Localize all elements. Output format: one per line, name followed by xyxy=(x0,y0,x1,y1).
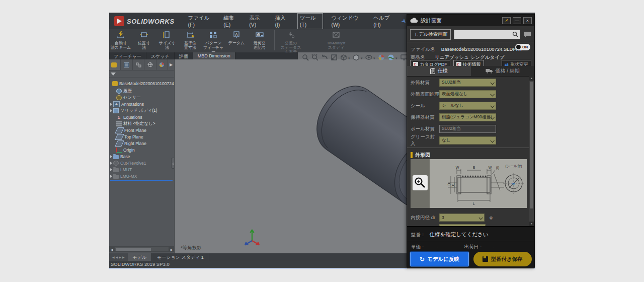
scroll-down-icon[interactable]: ▼ xyxy=(529,222,534,226)
search-box[interactable] xyxy=(454,30,520,39)
edit-appearance-icon[interactable] xyxy=(378,54,385,61)
tab-sketch[interactable]: スケッチ xyxy=(146,52,175,59)
chevron-down-icon xyxy=(490,92,494,96)
hide-show-items-icon[interactable]: ▾ xyxy=(365,54,375,61)
spec-label: 保持器材質 xyxy=(411,114,439,121)
tree-item-material[interactable]: 材料 <指定なし> xyxy=(109,121,175,127)
section-view-icon[interactable] xyxy=(331,54,338,61)
expand-arrow-icon[interactable] xyxy=(110,103,112,106)
retainer-material-select[interactable]: 樹脂(ジュラコンM90相当) xyxy=(439,113,496,121)
drawing-zoom-button[interactable] xyxy=(413,175,428,190)
previous-view-icon[interactable] xyxy=(321,54,328,60)
surface-treatment-select[interactable]: 表面処理なし xyxy=(439,90,496,98)
tree-item-lmu-mx[interactable]: LMU-MX xyxy=(109,173,175,179)
tree-item-lmut[interactable]: LMUT xyxy=(109,167,175,173)
tree-item-front-plane[interactable]: Front Plane xyxy=(109,127,175,133)
spec-row-inscribed-diameter: 内接円径 dr 3 φ xyxy=(407,213,534,222)
auto-dimension-scheme-button[interactable]: 自動寸 法スキーム xyxy=(109,29,132,50)
menu-tools[interactable]: ツール(T) xyxy=(297,13,324,29)
zoom-fit-icon[interactable] xyxy=(302,54,309,61)
tab-nav-arrows[interactable]: ◀◀▶▶ xyxy=(109,253,128,261)
tree-item-label: LMU-MX xyxy=(120,174,137,179)
display-style-icon[interactable]: ▾ xyxy=(353,54,363,61)
tree-horizontal-scrollbar[interactable]: ◀ ▶ xyxy=(109,246,174,252)
scroll-right-icon[interactable]: ▶ xyxy=(169,248,174,251)
tab-evaluate[interactable]: 評価 xyxy=(175,52,193,59)
scroll-up-icon[interactable]: ▲ xyxy=(529,76,534,81)
zoom-area-icon[interactable] xyxy=(311,54,318,61)
panel-scrollbar[interactable]: ▲ ▼ xyxy=(529,76,534,226)
outer-material-select[interactable]: SUJ2相当 xyxy=(439,79,496,87)
menu-edit[interactable]: 編集(E) xyxy=(222,13,241,29)
revolve-icon xyxy=(113,161,119,166)
tab-dimxpertmanager[interactable] xyxy=(144,59,156,70)
expand-arrow-icon[interactable] xyxy=(110,162,112,165)
save-with-part-number-button[interactable]: 型番付き保存 xyxy=(473,252,532,266)
panel-close-button[interactable]: × xyxy=(523,17,532,24)
tree-item-origin[interactable]: Origin xyxy=(109,147,175,153)
ribbon-label: スタディ xyxy=(323,45,349,50)
chevron-down-icon xyxy=(490,81,494,85)
panel-titlebar[interactable]: 設計画面 📌︎ — × xyxy=(407,15,534,26)
datum-button[interactable]: A データム xyxy=(225,29,248,45)
comment-bubble-icon[interactable] xyxy=(524,31,531,38)
expand-arrow-icon[interactable] xyxy=(110,155,112,158)
tab-mbd-dimension[interactable]: MBD Dimension xyxy=(193,52,235,59)
display-pane-handle[interactable] xyxy=(171,158,175,169)
tree-filter-row[interactable] xyxy=(109,70,174,78)
tab-model[interactable]: モデル xyxy=(128,253,152,261)
menu-help[interactable]: ヘルプ(H) xyxy=(372,13,396,29)
menu-insert[interactable]: 挿入(I) xyxy=(273,13,290,29)
location-dimension-button[interactable]: 位置寸 法 xyxy=(132,29,155,50)
scrollbar-thumb[interactable] xyxy=(116,248,151,251)
tree-item-solid-bodies[interactable]: ソリッド ボディ(1) xyxy=(109,108,175,114)
tab-configurationmanager[interactable] xyxy=(133,59,144,70)
geometric-tolerance-button[interactable]: 幾何公 差記号 xyxy=(248,29,271,50)
tree-item-equations[interactable]: ΣEquations xyxy=(109,114,175,120)
tab-featuremanager[interactable] xyxy=(109,59,121,70)
grease-select[interactable]: なし xyxy=(439,136,496,145)
rollback-bar[interactable] xyxy=(110,180,173,181)
panel-minimize-button[interactable]: — xyxy=(513,17,521,24)
tab-specification[interactable]: 仕様 xyxy=(407,66,471,76)
tree-item-base[interactable]: Base xyxy=(109,154,175,160)
expand-arrow-icon[interactable] xyxy=(110,175,112,178)
tree-item-annotations[interactable]: AAnnotations xyxy=(109,101,175,107)
tab-motion-study[interactable]: モーション スタディ 1 xyxy=(152,253,209,261)
datum-dimension-button[interactable]: 基準位 置寸法 xyxy=(179,29,202,50)
pattern-feature-button[interactable]: パターン フィーチャー xyxy=(202,29,225,54)
tree-tabs-more-icon[interactable]: ▶ xyxy=(168,62,174,67)
expand-arrow-icon[interactable] xyxy=(110,109,112,112)
part-icon xyxy=(112,81,118,86)
size-dimension-button[interactable]: サイズ寸 法 xyxy=(155,29,179,50)
scroll-left-icon[interactable]: ◀ xyxy=(109,248,114,251)
expand-arrow-icon[interactable] xyxy=(110,168,112,171)
ribbon-label: TolAnalyst xyxy=(323,41,349,45)
scrollbar-thumb[interactable] xyxy=(530,82,533,208)
link-toggle[interactable]: ON xyxy=(515,44,530,50)
tree-item-top-plane[interactable]: Top Plane xyxy=(109,134,175,140)
search-input[interactable] xyxy=(454,31,512,37)
tree-item-cut-revolve1[interactable]: Cut-Revolve1 xyxy=(109,160,175,166)
model-search-screen-button[interactable]: モデル検索画面 xyxy=(410,29,451,40)
tree-item-right-plane[interactable]: Right Plane xyxy=(109,140,175,147)
panel-pin-button[interactable]: 📌︎ xyxy=(502,17,511,24)
scrollbar-track[interactable] xyxy=(115,247,169,251)
inscribed-diameter-select[interactable]: 3 xyxy=(439,214,485,222)
seal-select[interactable]: シールなし xyxy=(439,102,496,110)
menu-view[interactable]: 表示(V) xyxy=(248,13,267,29)
tree-root-item[interactable]: BaseModel20200610100724 (Default<< xyxy=(109,81,175,87)
menu-items: ファイル(F) 編集(E) 表示(V) 挿入(I) ツール(T) ウィンドウ(W… xyxy=(187,13,397,29)
menu-window[interactable]: ウィンドウ(W) xyxy=(330,13,365,29)
tab-price-delivery[interactable]: 価格 / 納期 xyxy=(471,66,535,76)
apply-scene-icon[interactable]: ▾ xyxy=(387,54,397,61)
tree-item-sensors[interactable]: センサー xyxy=(109,95,175,101)
tab-displaymanager[interactable] xyxy=(156,59,168,70)
tab-propertymanager[interactable] xyxy=(121,59,132,70)
view-orientation-cube-icon[interactable]: ▾ xyxy=(340,54,350,61)
search-icon[interactable] xyxy=(512,31,518,37)
menu-file[interactable]: ファイル(F) xyxy=(187,13,216,29)
tree-item-history[interactable]: 履歴 xyxy=(109,88,175,94)
apply-to-model-button[interactable]: ↻ モデルに反映 xyxy=(410,252,469,266)
tab-features[interactable]: フィーチャー xyxy=(109,52,146,59)
